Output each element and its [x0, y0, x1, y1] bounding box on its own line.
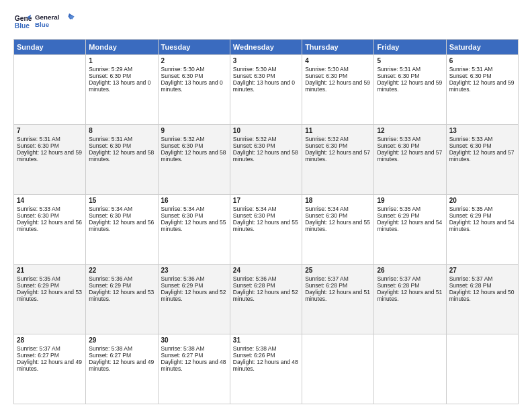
daylight-label: Daylight: 12 hours and 48 minutes.	[161, 359, 226, 372]
calendar-cell: 24Sunrise: 5:36 AMSunset: 6:28 PMDayligh…	[230, 265, 302, 334]
sunset-label: Sunset: 6:30 PM	[305, 73, 347, 79]
daylight-label: Daylight: 12 hours and 56 minutes.	[17, 219, 82, 232]
sunset-label: Sunset: 6:30 PM	[89, 142, 131, 149]
calendar-cell: 13Sunrise: 5:33 AMSunset: 6:30 PMDayligh…	[446, 125, 518, 195]
sunrise-label: Sunrise: 5:35 AM	[449, 205, 493, 212]
day-number: 17	[233, 197, 299, 204]
sunrise-label: Sunrise: 5:38 AM	[89, 345, 132, 352]
calendar-cell: 26Sunrise: 5:37 AMSunset: 6:28 PMDayligh…	[374, 265, 446, 334]
sunset-label: Sunset: 6:27 PM	[17, 352, 59, 359]
sunrise-label: Sunrise: 5:36 AM	[89, 275, 132, 282]
logo-bird-icon: General Blue	[35, 11, 75, 32]
sunset-label: Sunset: 6:30 PM	[161, 73, 204, 79]
svg-text:Blue: Blue	[15, 22, 30, 30]
sunset-label: Sunset: 6:28 PM	[233, 282, 275, 289]
sunset-label: Sunset: 6:28 PM	[305, 282, 347, 289]
day-number: 29	[89, 336, 154, 344]
sunset-label: Sunset: 6:26 PM	[233, 352, 275, 359]
day-number: 22	[89, 267, 154, 274]
sunrise-label: Sunrise: 5:34 AM	[233, 205, 277, 212]
daylight-label: Daylight: 12 hours and 49 minutes.	[89, 359, 154, 372]
sunrise-label: Sunrise: 5:37 AM	[449, 275, 493, 282]
calendar-table: SundayMondayTuesdayWednesdayThursdayFrid…	[13, 39, 519, 404]
sunrise-label: Sunrise: 5:36 AM	[233, 275, 277, 282]
sunset-label: Sunset: 6:30 PM	[305, 212, 347, 219]
header-friday: Friday	[374, 40, 446, 55]
daylight-label: Daylight: 12 hours and 49 minutes.	[17, 359, 82, 372]
sunrise-label: Sunrise: 5:37 AM	[17, 345, 60, 352]
week-row-3: 14Sunrise: 5:33 AMSunset: 6:30 PMDayligh…	[14, 195, 519, 265]
calendar-cell: 16Sunrise: 5:34 AMSunset: 6:30 PMDayligh…	[158, 195, 230, 265]
daylight-label: Daylight: 12 hours and 48 minutes.	[233, 359, 298, 372]
sunrise-label: Sunrise: 5:32 AM	[233, 136, 277, 142]
sunset-label: Sunset: 6:30 PM	[377, 142, 419, 149]
calendar-cell: 15Sunrise: 5:34 AMSunset: 6:30 PMDayligh…	[86, 195, 158, 265]
calendar-cell: 18Sunrise: 5:34 AMSunset: 6:30 PMDayligh…	[302, 195, 374, 265]
week-row-4: 21Sunrise: 5:35 AMSunset: 6:29 PMDayligh…	[14, 265, 519, 334]
calendar-cell: 30Sunrise: 5:38 AMSunset: 6:27 PMDayligh…	[158, 334, 230, 404]
page: General Blue General Blue SundayMondayTu…	[0, 0, 532, 411]
day-number: 19	[377, 197, 443, 204]
calendar-cell: 31Sunrise: 5:38 AMSunset: 6:26 PMDayligh…	[230, 334, 302, 404]
day-number: 5	[377, 57, 443, 64]
sunrise-label: Sunrise: 5:29 AM	[89, 66, 132, 73]
day-number: 11	[305, 127, 371, 134]
sunset-label: Sunset: 6:30 PM	[305, 142, 347, 149]
daylight-label: Daylight: 12 hours and 50 minutes.	[449, 289, 515, 302]
daylight-label: Daylight: 12 hours and 54 minutes.	[377, 219, 442, 232]
day-number: 15	[89, 197, 154, 204]
sunset-label: Sunset: 6:30 PM	[89, 73, 131, 79]
daylight-label: Daylight: 12 hours and 58 minutes.	[233, 149, 298, 163]
daylight-label: Daylight: 12 hours and 51 minutes.	[305, 289, 370, 302]
calendar-cell: 3Sunrise: 5:30 AMSunset: 6:30 PMDaylight…	[230, 55, 302, 125]
daylight-label: Daylight: 12 hours and 59 minutes.	[449, 79, 515, 93]
calendar-cell: 19Sunrise: 5:35 AMSunset: 6:29 PMDayligh…	[374, 195, 446, 265]
sunset-label: Sunset: 6:30 PM	[161, 142, 204, 149]
daylight-label: Daylight: 12 hours and 53 minutes.	[89, 289, 154, 302]
sunset-label: Sunset: 6:27 PM	[161, 352, 204, 359]
sunset-label: Sunset: 6:28 PM	[449, 282, 492, 289]
calendar-cell	[446, 334, 518, 404]
sunrise-label: Sunrise: 5:33 AM	[17, 205, 60, 212]
day-number: 13	[449, 127, 515, 134]
day-number: 28	[17, 336, 83, 344]
sunrise-label: Sunrise: 5:31 AM	[449, 66, 493, 73]
day-number: 30	[161, 336, 227, 344]
daylight-label: Daylight: 12 hours and 58 minutes.	[161, 149, 226, 163]
header: General Blue General Blue	[13, 11, 519, 32]
calendar-cell: 6Sunrise: 5:31 AMSunset: 6:30 PMDaylight…	[446, 55, 518, 125]
calendar-cell: 17Sunrise: 5:34 AMSunset: 6:30 PMDayligh…	[230, 195, 302, 265]
day-number: 16	[161, 197, 227, 204]
day-number: 20	[449, 197, 515, 204]
daylight-label: Daylight: 12 hours and 54 minutes.	[449, 219, 515, 232]
day-number: 26	[377, 267, 443, 274]
calendar-cell	[14, 55, 86, 125]
day-number: 14	[17, 197, 83, 204]
sunrise-label: Sunrise: 5:31 AM	[377, 66, 420, 73]
calendar-cell: 1Sunrise: 5:29 AMSunset: 6:30 PMDaylight…	[86, 55, 158, 125]
calendar-cell: 22Sunrise: 5:36 AMSunset: 6:29 PMDayligh…	[86, 265, 158, 334]
sunrise-label: Sunrise: 5:32 AM	[305, 136, 349, 142]
sunrise-label: Sunrise: 5:38 AM	[233, 345, 277, 352]
calendar-cell: 10Sunrise: 5:32 AMSunset: 6:30 PMDayligh…	[230, 125, 302, 195]
header-saturday: Saturday	[446, 40, 518, 55]
sunset-label: Sunset: 6:30 PM	[17, 142, 59, 149]
svg-text:Blue: Blue	[35, 21, 50, 28]
calendar-cell: 2Sunrise: 5:30 AMSunset: 6:30 PMDaylight…	[158, 55, 230, 125]
sunrise-label: Sunrise: 5:35 AM	[17, 275, 60, 282]
sunset-label: Sunset: 6:29 PM	[377, 212, 419, 219]
header-sunday: Sunday	[14, 40, 86, 55]
sunset-label: Sunset: 6:30 PM	[17, 212, 59, 219]
week-row-1: 1Sunrise: 5:29 AMSunset: 6:30 PMDaylight…	[14, 55, 519, 125]
sunrise-label: Sunrise: 5:30 AM	[305, 66, 349, 73]
sunset-label: Sunset: 6:29 PM	[17, 282, 59, 289]
sunset-label: Sunset: 6:27 PM	[89, 352, 131, 359]
sunset-label: Sunset: 6:30 PM	[449, 142, 492, 149]
daylight-label: Daylight: 12 hours and 57 minutes.	[449, 149, 515, 163]
calendar-cell: 4Sunrise: 5:30 AMSunset: 6:30 PMDaylight…	[302, 55, 374, 125]
header-tuesday: Tuesday	[158, 40, 230, 55]
day-number: 24	[233, 267, 299, 274]
day-number: 8	[89, 127, 154, 134]
daylight-label: Daylight: 12 hours and 53 minutes.	[17, 289, 82, 302]
daylight-label: Daylight: 13 hours and 0 minutes.	[161, 79, 223, 93]
